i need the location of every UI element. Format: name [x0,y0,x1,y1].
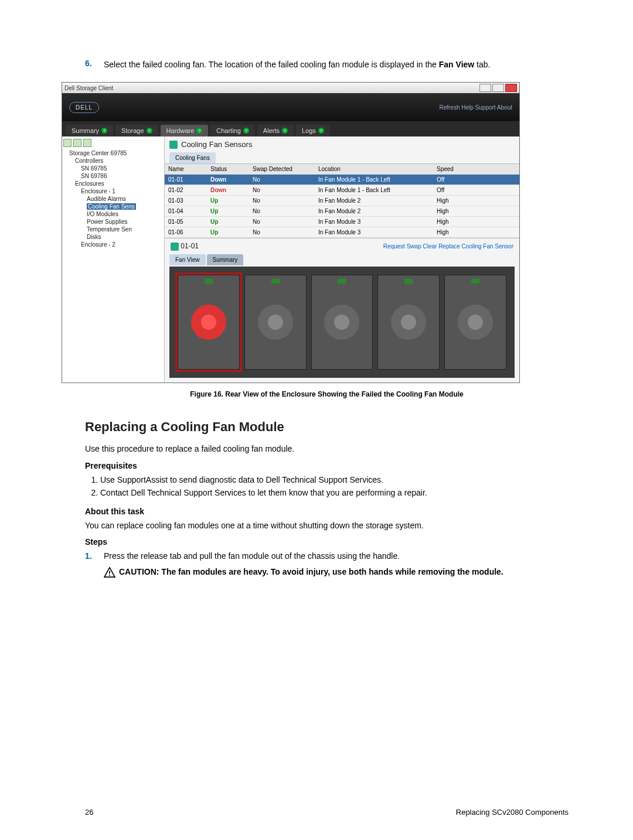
table-row[interactable]: 01-03 Up No In Fan Module 2 High [165,196,519,206]
footer-page-number: 26 [85,808,93,817]
close-icon[interactable] [505,84,517,92]
col-status[interactable]: Status [207,164,249,175]
window-buttons [479,84,517,92]
table-row[interactable]: 01-04 Up No In Fan Module 2 High [165,206,519,217]
table-row[interactable]: 01-06 Up No In Fan Module 3 High [165,227,519,238]
detail-title: 01-01 [171,242,199,251]
tree-temperature-sensors[interactable]: Temperature Sen [87,226,163,233]
cell-swap: No [249,196,315,206]
detail-actions[interactable]: Request Swap Clear Replace Cooling Fan S… [383,243,513,250]
slot-indicator-icon [338,279,346,284]
fan-module-5[interactable] [444,275,506,370]
plus-icon[interactable] [73,139,81,147]
tab-logs-label: Logs [302,127,316,134]
help-icon[interactable]: ? [282,128,288,134]
cell-status: Down [207,175,249,185]
refresh-icon[interactable] [63,139,72,147]
fan-module-4[interactable] [377,275,440,370]
help-icon[interactable]: ? [318,128,324,134]
cell-swap: No [249,175,315,185]
cell-status: Up [207,227,249,238]
fan-module-1-failed[interactable] [178,275,240,370]
step-6-text-a: Select the failed cooling fan. The locat… [104,60,439,69]
banner-links[interactable]: Refresh Help Support About [439,104,512,111]
cell-speed: High [433,196,519,206]
cell-status: Down [207,185,249,196]
step-1-number: 1. [85,550,104,562]
tab-hardware[interactable]: Hardware? [161,125,209,136]
steps-heading: Steps [85,537,569,547]
col-location[interactable]: Location [315,164,433,175]
cell-name: 01-01 [165,175,207,185]
intro-paragraph: Use this procedure to replace a failed c… [85,443,569,455]
help-icon[interactable]: ? [101,128,107,134]
tree-audible-alarms[interactable]: Audible Alarms [87,195,163,203]
detail-tab-fan-view[interactable]: Fan View [169,254,206,265]
tab-alerts-label: Alerts [263,127,280,134]
table-row[interactable]: 01-02 Down No In Fan Module 1 - Back Lef… [165,185,519,196]
app-body: Storage Center 69785 Controllers SN 6978… [62,136,519,383]
minimize-icon[interactable] [479,84,491,92]
col-swap-detected[interactable]: Swap Detected [249,164,315,175]
table-row[interactable]: 01-01 Down No In Fan Module 1 - Back Lef… [165,175,519,185]
slot-indicator-icon [271,279,280,284]
tree-cooling-fan-sensors[interactable]: Cooling Fan Sens [87,203,163,210]
table-row[interactable]: 01-05 Up No In Fan Module 3 High [165,217,519,227]
window-titlebar: Dell Storage Client [62,83,519,93]
col-name[interactable]: Name [165,164,207,175]
cell-swap: No [249,185,315,196]
tree-enclosures[interactable]: Enclosures [75,180,163,187]
tree-disks[interactable]: Disks [87,233,163,241]
cell-status: Up [207,196,249,206]
fan-icon [171,243,179,251]
fan-graphic-icon [324,305,359,340]
tree-io-modules[interactable]: I/O Modules [87,210,163,218]
prereq-item-2: Contact Dell Technical Support Services … [100,487,569,498]
detail-header: 01-01 Request Swap Clear Replace Cooling… [165,238,519,254]
cell-name: 01-03 [165,196,207,206]
arrow-icon[interactable] [83,139,91,147]
cell-location: In Fan Module 3 [315,227,433,238]
tab-charting[interactable]: Charting? [210,125,255,136]
rear-view-diagram [169,267,515,378]
svg-point-1 [109,575,110,576]
tree-root[interactable]: Storage Center 69785 [69,149,163,157]
tree-enclosure-1[interactable]: Enclosure - 1 [81,187,163,195]
steps-block: 1. Press the release tab and pull the fa… [85,550,569,578]
maximize-icon[interactable] [492,84,504,92]
sub-tab-row: Cooling Fans [165,152,519,163]
fans-table: Name Status Swap Detected Location Speed… [165,163,519,238]
tree-sn-1[interactable]: SN 69785 [81,165,163,172]
tab-alerts[interactable]: Alerts? [257,125,294,136]
tab-summary[interactable]: Summary? [66,125,113,136]
fan-graphic-icon [258,305,293,340]
detail-title-text: 01-01 [181,242,199,250]
main-tabs-bar: Summary? Storage? Hardware? Charting? Al… [62,121,519,136]
tab-storage[interactable]: Storage? [115,125,158,136]
tab-hardware-label: Hardware [166,127,195,134]
fan-graphic-icon [191,305,226,340]
tree-sn-2[interactable]: SN 69786 [81,172,163,180]
about-this-task-text: You can replace cooling fan modules one … [85,520,569,531]
pane-title-text: Cooling Fan Sensors [181,140,252,149]
tree-controllers[interactable]: Controllers [75,157,163,165]
tree-power-supplies[interactable]: Power Supplies [87,218,163,226]
tree-enclosure-2[interactable]: Enclosure - 2 [81,241,163,248]
col-speed[interactable]: Speed [433,164,519,175]
fan-module-3[interactable] [311,275,373,370]
fan-module-2[interactable] [244,275,307,370]
caution-triangle-icon [104,567,115,578]
help-icon[interactable]: ? [147,128,152,134]
sub-tab-cooling-fans[interactable]: Cooling Fans [169,152,216,163]
app-window: Dell Storage Client DELL Refresh Help Su… [62,82,520,383]
prereq-item-1: Use SupportAssist to send diagnostic dat… [100,474,569,486]
detail-tabs: Fan ViewSummary [165,254,519,265]
detail-tab-summary[interactable]: Summary [207,254,244,265]
figure-screenshot-wrapper: Dell Storage Client DELL Refresh Help Su… [62,82,569,383]
step-6-bold-fan-view: Fan View [439,60,474,69]
help-icon[interactable]: ? [243,128,249,134]
step-1-text: Press the release tab and pull the fan m… [104,550,400,562]
help-icon[interactable]: ? [196,128,202,134]
tab-logs[interactable]: Logs? [296,125,330,136]
prerequisites-heading: Prerequisites [85,461,569,470]
